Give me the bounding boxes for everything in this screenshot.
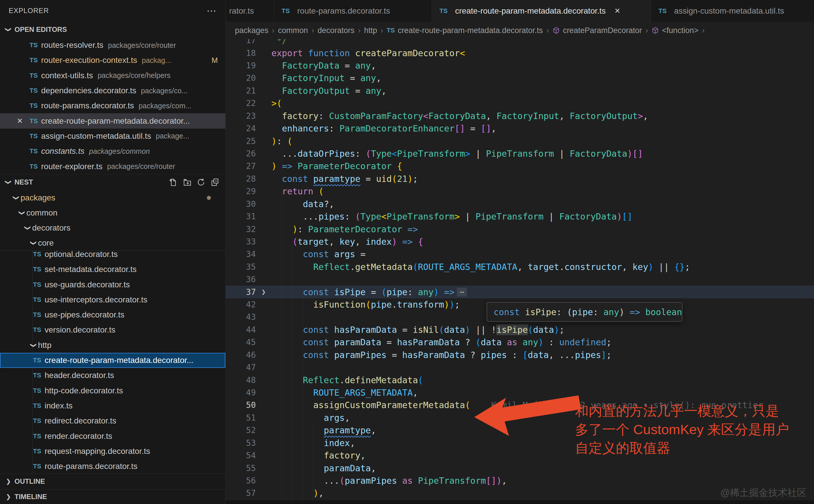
new-folder-icon[interactable] bbox=[182, 178, 192, 187]
editor-tab[interactable]: TSassign-custom-metadata.util.ts bbox=[651, 0, 814, 22]
code-token: const bbox=[303, 287, 329, 297]
tree-folder[interactable]: ❯core bbox=[0, 236, 225, 251]
code-token: ) bbox=[292, 224, 298, 234]
code-token: < bbox=[423, 111, 428, 121]
code-token: PipeTransform bbox=[475, 211, 543, 222]
code-token: ) bbox=[271, 136, 277, 146]
chevron-down-icon: ❯ bbox=[24, 224, 31, 232]
tree-item[interactable]: TSuse-pipes.decorator.ts bbox=[0, 307, 225, 322]
tree-item[interactable]: TSuse-guards.decorator.ts bbox=[0, 277, 225, 292]
code-token bbox=[271, 174, 282, 184]
editor-tab[interactable]: rator.ts bbox=[226, 0, 274, 22]
tree-item[interactable]: TSroute-params.decorator.ts bbox=[0, 459, 225, 474]
ts-file-icon: TS bbox=[33, 463, 45, 470]
code-token bbox=[271, 224, 292, 234]
code-token: target bbox=[298, 237, 329, 247]
file-name: router-execution-context.ts bbox=[41, 56, 137, 65]
open-editor-item[interactable]: TSrouter-explorer.tspackages/core/router bbox=[0, 159, 225, 174]
breadcrumb-item[interactable]: packages bbox=[235, 26, 269, 35]
open-editor-item[interactable]: TSroutes-resolver.tspackages/core/router bbox=[0, 38, 225, 53]
collapse-all-icon[interactable] bbox=[210, 178, 220, 187]
ts-file-icon: TS bbox=[33, 372, 45, 379]
ts-file-icon: TS bbox=[33, 417, 45, 425]
ts-file-icon: TS bbox=[439, 7, 451, 15]
tree-item[interactable]: TSheader.decorator.ts bbox=[0, 368, 225, 383]
code-line: 20 FactoryInput = any, bbox=[226, 72, 814, 84]
breadcrumb-item[interactable]: decorators bbox=[317, 26, 355, 35]
tree-item[interactable]: TSindex.ts bbox=[0, 398, 225, 413]
tree-folder[interactable]: ❯packages bbox=[0, 190, 225, 205]
nest-section-header[interactable]: ❯ NEST bbox=[0, 174, 225, 190]
open-editor-item[interactable]: TSrouter-execution-context.tspackag...M bbox=[0, 53, 225, 68]
code-token: : bbox=[319, 111, 329, 121]
open-editor-item[interactable]: TSconstants.tspackages/common bbox=[0, 144, 225, 159]
code-token bbox=[329, 325, 334, 335]
tree-folder[interactable]: ❯decorators bbox=[0, 220, 225, 235]
code-token: Type bbox=[371, 149, 392, 159]
code-line: 37❯ const isPipe = (pipe: any) =>⋯ bbox=[226, 286, 814, 298]
more-actions-icon[interactable]: ⋯ bbox=[207, 9, 217, 12]
code-token: ... bbox=[559, 350, 575, 360]
ts-file-icon: TS bbox=[33, 311, 45, 319]
code-token: . bbox=[392, 300, 397, 310]
editor-tab[interactable]: TScreate-route-param-metadata.decorator.… bbox=[432, 0, 651, 22]
code-token: key bbox=[632, 262, 648, 272]
folder-name: http bbox=[38, 341, 52, 350]
ts-file-icon: TS bbox=[30, 72, 41, 79]
file-name: index.ts bbox=[45, 401, 73, 410]
tree-item[interactable]: TSset-metadata.decorator.ts bbox=[0, 262, 225, 277]
code-token: , bbox=[371, 425, 376, 435]
tree-item[interactable]: TSversion.decorator.ts bbox=[0, 322, 225, 337]
code-line: 18export function createParamDecorator< bbox=[226, 47, 814, 59]
code-token bbox=[271, 287, 303, 297]
breadcrumb-item[interactable]: TScreate-route-param-metadata.decorator.… bbox=[387, 26, 543, 35]
tree-item[interactable]: TScreate-route-param-metadata.decorator.… bbox=[0, 353, 225, 368]
breadcrumb-item[interactable]: <function> bbox=[651, 26, 698, 35]
file-name: dependencies.decorator.ts bbox=[41, 86, 136, 95]
breadcrumb: packages›common›decorators›http›TScreate… bbox=[226, 22, 814, 39]
tree-folder[interactable]: ❯common bbox=[0, 205, 225, 220]
open-editor-item[interactable]: TScontext-utils.tspackages/core/helpers bbox=[0, 68, 225, 83]
open-editor-item[interactable]: ✕TScreate-route-param-metadata.decorator… bbox=[0, 113, 225, 128]
code-token bbox=[271, 123, 282, 134]
refresh-icon[interactable] bbox=[196, 178, 206, 187]
code-token: ... bbox=[303, 211, 318, 222]
code-token: = bbox=[355, 249, 366, 259]
open-editor-item[interactable]: TSassign-custom-metadata.util.tspackage.… bbox=[0, 129, 225, 144]
open-editor-item[interactable]: TSdependencies.decorator.tspackages/co..… bbox=[0, 83, 225, 98]
code-token: = bbox=[350, 86, 366, 96]
open-editors-header[interactable]: ❯ OPEN EDITORS bbox=[0, 21, 225, 38]
editor-tab[interactable]: TSroute-params.decorator.ts bbox=[274, 0, 432, 22]
tree-folder[interactable]: ❯http bbox=[0, 338, 225, 353]
file-name: header.decorator.ts bbox=[45, 371, 114, 380]
tree-item[interactable]: TSuse-interceptors.decorator.ts bbox=[0, 292, 225, 307]
new-file-icon[interactable] bbox=[169, 178, 178, 187]
code-token: . bbox=[559, 262, 564, 272]
tree-item[interactable]: TSredirect.decorator.ts bbox=[0, 413, 225, 428]
code-token bbox=[271, 186, 282, 196]
close-icon[interactable]: ✕ bbox=[614, 7, 620, 15]
code-editor[interactable]: 17 */18export function createParamDecora… bbox=[226, 39, 814, 504]
code-line: 29 return ( bbox=[226, 185, 814, 198]
code-token bbox=[329, 287, 334, 297]
outline-section-header[interactable]: ❯ OUTLINE bbox=[0, 474, 225, 489]
breadcrumb-item[interactable]: createParamDecorator bbox=[552, 26, 642, 35]
timeline-section-header[interactable]: ❯ TIMELINE bbox=[0, 489, 225, 504]
code-token: ) bbox=[554, 325, 559, 335]
tree-item[interactable]: TShttp-code.decorator.ts bbox=[0, 383, 225, 398]
code-token: ; bbox=[559, 325, 564, 335]
tree-item[interactable]: TSrender.decorator.ts bbox=[0, 428, 225, 443]
file-name: use-pipes.decorator.ts bbox=[45, 310, 125, 319]
code-token: => bbox=[444, 287, 455, 297]
file-path: packages/core/router bbox=[107, 162, 175, 171]
tree-item[interactable]: TSrequest-mapping.decorator.ts bbox=[0, 444, 225, 459]
fold-chevron-icon[interactable]: ❯ bbox=[256, 288, 271, 296]
close-icon[interactable]: ✕ bbox=[17, 117, 30, 125]
file-name: optional.decorator.ts bbox=[45, 250, 118, 259]
breadcrumb-item[interactable]: http bbox=[364, 26, 377, 35]
open-editor-item[interactable]: TSroute-params.decorator.tspackages/com.… bbox=[0, 98, 225, 113]
code-token: ... bbox=[282, 149, 298, 159]
file-name: use-guards.decorator.ts bbox=[45, 280, 130, 289]
modified-badge: M bbox=[211, 56, 218, 65]
breadcrumb-item[interactable]: common bbox=[278, 26, 308, 35]
